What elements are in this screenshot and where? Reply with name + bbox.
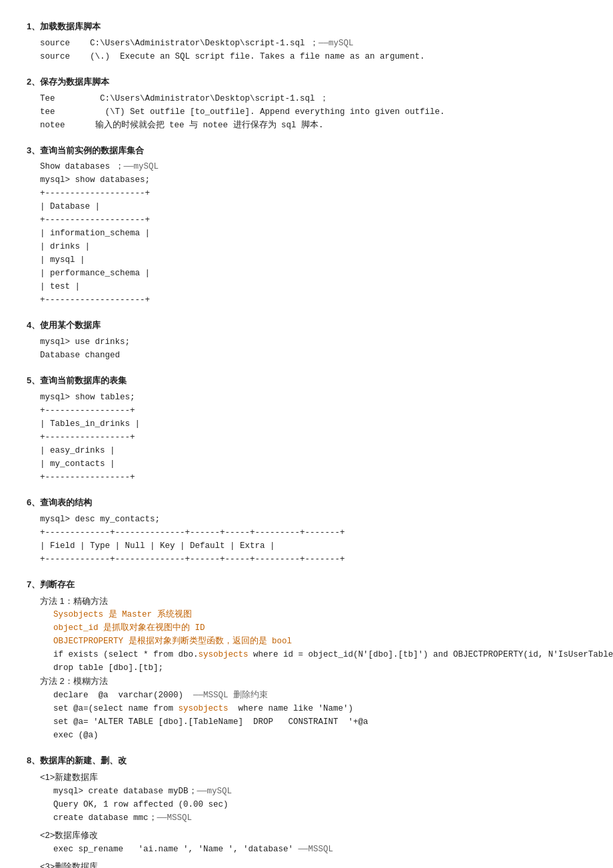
section-title-6: 6、查询表的结构 (27, 496, 586, 510)
section-label-7: 判断存在 (40, 579, 75, 589)
section-title-4: 4、使用某个数据库 (27, 319, 586, 333)
section-content-7: 方法 1：精确方法 Sysobjects 是 Master 系统视图 objec… (27, 595, 586, 743)
sub1-label: <1>新建数据库 (40, 771, 586, 785)
db-table-row-2: +--------------------+ (40, 213, 586, 227)
m1-line3: OBJECTPROPERTY 是根据对象判断类型函数，返回的是 bool (53, 635, 586, 648)
create-db-mysql: mysql> create database myDB；——mySQL (53, 785, 586, 798)
section-num-8: 8 (27, 755, 31, 765)
section-1: 1、加载数据库脚本 source C:\Users\Administrator\… (27, 20, 586, 63)
db-table-row-0: +--------------------+ (40, 187, 586, 200)
tables-table: +-----------------+ | Tables_in_drinks |… (40, 404, 586, 484)
use-db-result: Database changed (40, 349, 586, 362)
sub2-label: <2>数据库修改 (40, 829, 586, 843)
method2-label: 方法 2：模糊方法 (40, 675, 586, 689)
section-num-1: 1 (27, 21, 31, 31)
section-label-5: 查询当前数据库的表集 (40, 375, 127, 385)
db-table-row-7: | test | (40, 280, 586, 293)
section-content-6: mysql> desc my_contacts; +-------------+… (27, 513, 586, 566)
desc-row-2: +-------------+--------------+------+---… (40, 553, 586, 566)
section-2: 2、保存为数据库脚本 Tee C:\Users\Administrator\De… (27, 75, 586, 132)
rename-db: exec sp_rename 'ai.name ', 'Name ', 'dat… (53, 843, 586, 856)
m2-line3: set @a= 'ALTER TABLE [dbo].[TableName] D… (53, 715, 586, 729)
section-title-5: 5、查询当前数据库的表集 (27, 374, 586, 388)
section-title-1: 1、加载数据库脚本 (27, 20, 586, 34)
sub3-label: <3>删除数据库 (40, 860, 586, 868)
section-4: 4、使用某个数据库 mysql> use drinks; Database ch… (27, 319, 586, 362)
m1-line2: object_id 是抓取对象在视图中的 ID (53, 621, 586, 635)
section-7: 7、判断存在 方法 1：精确方法 Sysobjects 是 Master 系统视… (27, 578, 586, 742)
notee-line: notee 输入的时候就会把 tee 与 notee 进行保存为 sql 脚本. (40, 119, 586, 132)
show-db-cmd: Show databases ；——mySQL (40, 160, 586, 173)
section-content-5: mysql> show tables; +-----------------+ … (27, 391, 586, 484)
desc-row-1: | Field | Type | Null | Key | Default | … (40, 539, 586, 553)
section-content-8: <1>新建数据库 mysql> create database myDB；——m… (27, 771, 586, 868)
section-content-1: source C:\Users\Administrator\Desktop\sc… (27, 37, 586, 63)
m2-line4: exec (@a) (53, 729, 586, 742)
method1-label: 方法 1：精确方法 (40, 595, 586, 609)
section-num-2: 2 (27, 77, 31, 87)
tee-line-1: Tee C:\Users\Administrator\Desktop\scrip… (40, 92, 586, 105)
desc-row-0: +-------------+--------------+------+---… (40, 526, 586, 539)
tables-row-5: +-----------------+ (40, 471, 586, 484)
tee-line-2: tee (\T) Set outfile [to_outfile]. Appen… (40, 105, 586, 119)
m1-line5: drop table [dbo].[tb]; (53, 661, 586, 675)
section-title-8: 8、数据库的新建、删、改 (27, 754, 586, 768)
m2-line1: declare @a varchar(2000) ——MSSQL 删除约束 (53, 689, 586, 702)
m2-line2: set @a=(select name from sysobjects wher… (53, 702, 586, 715)
section-label-4: 使用某个数据库 (40, 320, 101, 330)
sub2-content: exec sp_rename 'ai.name ', 'Name ', 'dat… (40, 843, 586, 856)
db-table-row-6: | performance_schema | (40, 267, 586, 280)
db-table-row-1: | Database | (40, 200, 586, 213)
section-num-5: 5 (27, 375, 31, 385)
tables-row-2: +-----------------+ (40, 431, 586, 444)
method1-content: Sysobjects 是 Master 系统视图 object_id 是抓取对象… (40, 608, 586, 675)
section-label-1: 加载数据库脚本 (40, 21, 101, 31)
section-label-8: 数据库的新建、删、改 (40, 755, 127, 765)
method2-content: declare @a varchar(2000) ——MSSQL 删除约束 se… (40, 689, 586, 742)
section-8: 8、数据库的新建、删、改 <1>新建数据库 mysql> create data… (27, 754, 586, 868)
section-num-4: 4 (27, 320, 31, 330)
tables-row-3: | easy_drinks | (40, 444, 586, 457)
section-content-3: Show databases ；——mySQL mysql> show data… (27, 160, 586, 307)
section-num-7: 7 (27, 579, 31, 589)
section-label-3: 查询当前实例的数据库集合 (40, 145, 144, 155)
section-num-6: 6 (27, 497, 31, 507)
create-db-mssql: create database mmc；——MSSQL (53, 811, 586, 825)
section-6: 6、查询表的结构 mysql> desc my_contacts; +-----… (27, 496, 586, 566)
use-db-cmd: mysql> use drinks; (40, 335, 586, 349)
section-5: 5、查询当前数据库的表集 mysql> show tables; +------… (27, 374, 586, 484)
db-table-row-8: +--------------------+ (40, 293, 586, 307)
m1-line1: Sysobjects 是 Master 系统视图 (53, 608, 586, 621)
db-table: +--------------------+ | Database | +---… (40, 187, 586, 307)
source-line-1: source C:\Users\Administrator\Desktop\sc… (40, 37, 586, 50)
section-label-2: 保存为数据库脚本 (40, 77, 109, 87)
section-3: 3、查询当前实例的数据库集合 Show databases ；——mySQL m… (27, 144, 586, 307)
desc-table: +-------------+--------------+------+---… (40, 526, 586, 566)
section-title-3: 3、查询当前实例的数据库集合 (27, 144, 586, 158)
tables-row-0: +-----------------+ (40, 404, 586, 417)
section-label-6: 查询表的结构 (40, 497, 92, 507)
db-table-row-5: | mysql | (40, 253, 586, 267)
section-title-7: 7、判断存在 (27, 578, 586, 592)
tables-row-1: | Tables_in_drinks | (40, 417, 586, 431)
source-line-2: source (\.) Execute an SQL script file. … (40, 50, 586, 63)
sub1-content: mysql> create database myDB；——mySQL Quer… (40, 785, 586, 825)
section-content-4: mysql> use drinks; Database changed (27, 335, 586, 362)
db-table-row-4: | drinks | (40, 240, 586, 253)
db-table-row-3: | information_schema | (40, 227, 586, 240)
section-content-2: Tee C:\Users\Administrator\Desktop\scrip… (27, 92, 586, 132)
desc-cmd: mysql> desc my_contacts; (40, 513, 586, 526)
show-db-prompt: mysql> show databases; (40, 173, 586, 187)
tables-row-4: | my_contacts | (40, 457, 586, 471)
show-tables-cmd: mysql> show tables; (40, 391, 586, 404)
m1-line4: if exists (select * from dbo.sysobjects … (53, 648, 586, 661)
section-title-2: 2、保存为数据库脚本 (27, 75, 586, 89)
section-num-3: 3 (27, 145, 31, 155)
create-db-ok: Query OK, 1 row affected (0.00 sec) (53, 798, 586, 811)
